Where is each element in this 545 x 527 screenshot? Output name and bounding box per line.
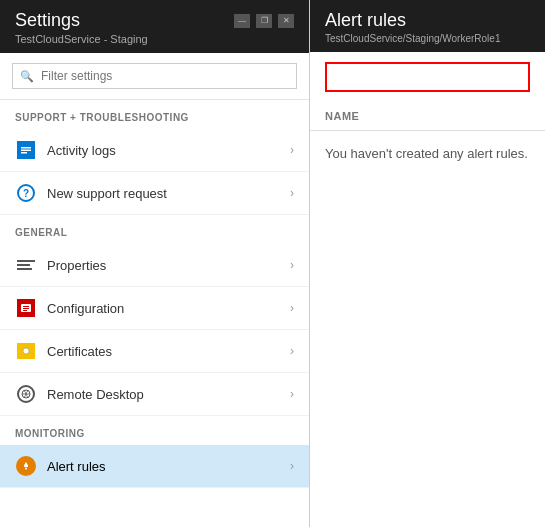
settings-panel: Settings — ❐ ✕ TestCloudService - Stagin… — [0, 0, 310, 527]
sidebar-item-new-support-request[interactable]: ? New support request › — [0, 172, 309, 215]
search-icon: 🔍 — [20, 70, 34, 83]
certificates-icon — [15, 340, 37, 362]
activity-logs-label: Activity logs — [47, 143, 290, 158]
add-alert-plus-icon: + — [337, 68, 346, 86]
certificates-chevron: › — [290, 344, 294, 358]
alert-empty-message: You haven't created any alert rules. — [310, 131, 545, 176]
alert-rules-icon — [15, 455, 37, 477]
configuration-label: Configuration — [47, 301, 290, 316]
sidebar-item-remote-desktop[interactable]: Remote Desktop › — [0, 373, 309, 416]
configuration-icon — [15, 297, 37, 319]
support-request-chevron: › — [290, 186, 294, 200]
alert-rules-subtitle: TestCloudService/Staging/WorkerRole1 — [325, 33, 530, 44]
alert-rules-label: Alert rules — [47, 459, 290, 474]
minimize-button[interactable]: — — [234, 14, 250, 28]
settings-title: Settings — [15, 10, 80, 31]
activity-logs-icon — [15, 139, 37, 161]
sidebar-item-properties[interactable]: Properties › — [0, 244, 309, 287]
svg-rect-4 — [23, 306, 29, 307]
activity-logs-chevron: › — [290, 143, 294, 157]
support-request-icon: ? — [15, 182, 37, 204]
svg-rect-0 — [21, 147, 31, 149]
sidebar-item-activity-logs[interactable]: Activity logs › — [0, 129, 309, 172]
alert-rules-title: Alert rules — [325, 10, 406, 30]
add-alert-button[interactable]: + Add alert — [325, 62, 530, 92]
section-general-header: GENERAL — [0, 215, 309, 244]
svg-rect-1 — [21, 150, 31, 152]
alert-rules-panel: Alert rules TestCloudService/Staging/Wor… — [310, 0, 545, 527]
certificates-label: Certificates — [47, 344, 290, 359]
remote-desktop-icon — [15, 383, 37, 405]
add-alert-label: Add alert — [351, 70, 403, 85]
alert-rules-chevron: › — [290, 459, 294, 473]
search-container: 🔍 — [0, 53, 309, 100]
settings-subtitle: TestCloudService - Staging — [15, 33, 294, 45]
svg-rect-2 — [21, 152, 27, 154]
alert-name-column-header: NAME — [310, 102, 545, 131]
sidebar-item-configuration[interactable]: Configuration › — [0, 287, 309, 330]
svg-rect-12 — [25, 468, 27, 470]
search-input[interactable] — [12, 63, 297, 89]
svg-rect-5 — [23, 308, 29, 309]
support-request-label: New support request — [47, 186, 290, 201]
section-monitoring-header: MONITORING — [0, 416, 309, 445]
settings-header: Settings — ❐ ✕ TestCloudService - Stagin… — [0, 0, 309, 53]
remote-desktop-label: Remote Desktop — [47, 387, 290, 402]
svg-rect-6 — [23, 310, 27, 311]
section-support-header: SUPPORT + TROUBLESHOOTING — [0, 100, 309, 129]
settings-content: SUPPORT + TROUBLESHOOTING Activity logs … — [0, 100, 309, 527]
close-button[interactable]: ✕ — [278, 14, 294, 28]
properties-icon — [15, 254, 37, 276]
svg-point-8 — [23, 348, 29, 354]
sidebar-item-alert-rules[interactable]: Alert rules › — [0, 445, 309, 488]
window-controls: — ❐ ✕ — [234, 14, 294, 28]
alert-rules-header: Alert rules TestCloudService/Staging/Wor… — [310, 0, 545, 52]
restore-button[interactable]: ❐ — [256, 14, 272, 28]
remote-desktop-chevron: › — [290, 387, 294, 401]
properties-chevron: › — [290, 258, 294, 272]
configuration-chevron: › — [290, 301, 294, 315]
sidebar-item-certificates[interactable]: Certificates › — [0, 330, 309, 373]
properties-label: Properties — [47, 258, 290, 273]
